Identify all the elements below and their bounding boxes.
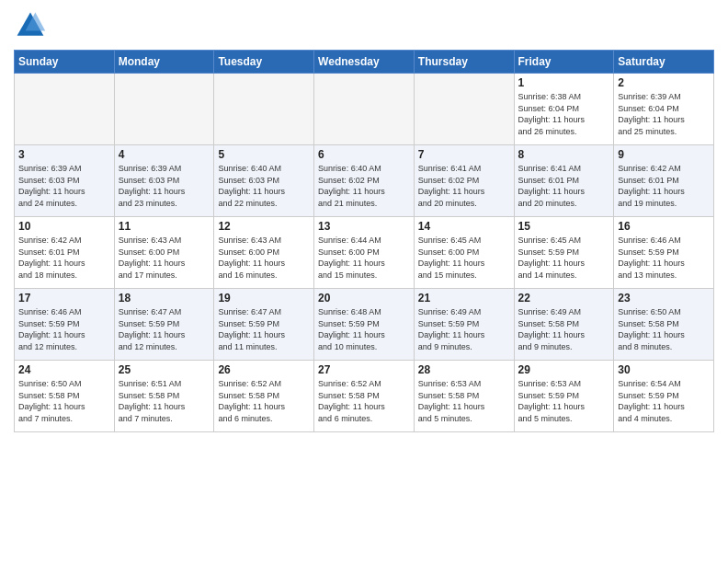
day-number: 24 (18, 363, 110, 376)
calendar-week-4: 17Sunrise: 6:46 AMSunset: 5:59 PMDayligh… (15, 289, 714, 361)
day-number: 27 (318, 363, 410, 376)
day-info: Sunrise: 6:54 AMSunset: 5:59 PMDaylight:… (618, 378, 710, 424)
calendar-cell: 12Sunrise: 6:43 AMSunset: 6:00 PMDayligh… (214, 217, 314, 289)
day-number: 6 (318, 148, 410, 161)
day-number: 29 (518, 363, 610, 376)
calendar-cell: 11Sunrise: 6:43 AMSunset: 6:00 PMDayligh… (114, 217, 214, 289)
weekday-header-monday: Monday (114, 51, 214, 74)
day-info: Sunrise: 6:39 AMSunset: 6:04 PMDaylight:… (618, 91, 710, 137)
calendar-cell: 5Sunrise: 6:40 AMSunset: 6:03 PMDaylight… (214, 145, 314, 217)
day-number: 9 (618, 148, 710, 161)
day-info: Sunrise: 6:46 AMSunset: 5:59 PMDaylight:… (18, 306, 110, 352)
calendar-week-3: 10Sunrise: 6:42 AMSunset: 6:01 PMDayligh… (15, 217, 714, 289)
calendar-cell (414, 74, 514, 145)
calendar-cell: 17Sunrise: 6:46 AMSunset: 5:59 PMDayligh… (15, 289, 115, 361)
calendar-cell: 3Sunrise: 6:39 AMSunset: 6:03 PMDaylight… (15, 145, 115, 217)
day-info: Sunrise: 6:52 AMSunset: 5:58 PMDaylight:… (318, 378, 410, 424)
day-info: Sunrise: 6:53 AMSunset: 5:58 PMDaylight:… (418, 378, 510, 424)
calendar-cell: 30Sunrise: 6:54 AMSunset: 5:59 PMDayligh… (614, 361, 714, 432)
day-number: 7 (418, 148, 510, 161)
calendar-cell: 21Sunrise: 6:49 AMSunset: 5:59 PMDayligh… (414, 289, 514, 361)
calendar-cell: 25Sunrise: 6:51 AMSunset: 5:58 PMDayligh… (114, 361, 214, 432)
day-number: 12 (218, 220, 310, 233)
calendar-cell: 26Sunrise: 6:52 AMSunset: 5:58 PMDayligh… (214, 361, 314, 432)
calendar-cell: 28Sunrise: 6:53 AMSunset: 5:58 PMDayligh… (414, 361, 514, 432)
calendar-cell: 1Sunrise: 6:38 AMSunset: 6:04 PMDaylight… (514, 74, 614, 145)
day-info: Sunrise: 6:47 AMSunset: 5:59 PMDaylight:… (218, 306, 310, 352)
day-number: 20 (318, 292, 410, 304)
day-info: Sunrise: 6:44 AMSunset: 6:00 PMDaylight:… (318, 235, 410, 281)
calendar-cell: 9Sunrise: 6:42 AMSunset: 6:01 PMDaylight… (614, 145, 714, 217)
day-info: Sunrise: 6:43 AMSunset: 6:00 PMDaylight:… (119, 235, 210, 281)
day-info: Sunrise: 6:42 AMSunset: 6:01 PMDaylight:… (618, 163, 710, 209)
calendar-cell (314, 74, 415, 145)
calendar-cell: 27Sunrise: 6:52 AMSunset: 5:58 PMDayligh… (314, 361, 415, 432)
day-info: Sunrise: 6:46 AMSunset: 5:59 PMDaylight:… (618, 235, 710, 281)
calendar-cell: 16Sunrise: 6:46 AMSunset: 5:59 PMDayligh… (614, 217, 714, 289)
calendar-cell: 7Sunrise: 6:41 AMSunset: 6:02 PMDaylight… (414, 145, 514, 217)
calendar-table: SundayMondayTuesdayWednesdayThursdayFrid… (14, 50, 714, 432)
calendar-week-2: 3Sunrise: 6:39 AMSunset: 6:03 PMDaylight… (15, 145, 714, 217)
calendar-cell: 29Sunrise: 6:53 AMSunset: 5:59 PMDayligh… (514, 361, 614, 432)
day-info: Sunrise: 6:45 AMSunset: 5:59 PMDaylight:… (518, 235, 610, 281)
calendar-cell: 22Sunrise: 6:49 AMSunset: 5:58 PMDayligh… (514, 289, 614, 361)
day-number: 2 (618, 76, 710, 89)
day-info: Sunrise: 6:49 AMSunset: 5:59 PMDaylight:… (418, 306, 510, 352)
calendar-week-1: 1Sunrise: 6:38 AMSunset: 6:04 PMDaylight… (15, 74, 714, 145)
day-number: 18 (119, 292, 210, 304)
header (14, 9, 714, 42)
day-info: Sunrise: 6:45 AMSunset: 6:00 PMDaylight:… (418, 235, 510, 281)
day-number: 8 (518, 148, 610, 161)
day-number: 22 (518, 292, 610, 304)
day-info: Sunrise: 6:52 AMSunset: 5:58 PMDaylight:… (218, 378, 310, 424)
calendar-cell: 19Sunrise: 6:47 AMSunset: 5:59 PMDayligh… (214, 289, 314, 361)
calendar-cell: 20Sunrise: 6:48 AMSunset: 5:59 PMDayligh… (314, 289, 415, 361)
day-number: 15 (518, 220, 610, 233)
day-number: 25 (119, 363, 210, 376)
calendar-cell: 13Sunrise: 6:44 AMSunset: 6:00 PMDayligh… (314, 217, 415, 289)
day-number: 19 (218, 292, 310, 304)
day-number: 28 (418, 363, 510, 376)
page: SundayMondayTuesdayWednesdayThursdayFrid… (0, 0, 728, 563)
calendar-cell: 4Sunrise: 6:39 AMSunset: 6:03 PMDaylight… (114, 145, 214, 217)
day-number: 14 (418, 220, 510, 233)
day-info: Sunrise: 6:43 AMSunset: 6:00 PMDaylight:… (218, 235, 310, 281)
day-info: Sunrise: 6:39 AMSunset: 6:03 PMDaylight:… (119, 163, 210, 209)
weekday-header-wednesday: Wednesday (314, 51, 415, 74)
logo (14, 9, 51, 42)
day-number: 3 (18, 148, 110, 161)
day-info: Sunrise: 6:42 AMSunset: 6:01 PMDaylight:… (18, 235, 110, 281)
day-info: Sunrise: 6:50 AMSunset: 5:58 PMDaylight:… (618, 306, 710, 352)
day-number: 10 (18, 220, 110, 233)
day-info: Sunrise: 6:38 AMSunset: 6:04 PMDaylight:… (518, 91, 610, 137)
weekday-row: SundayMondayTuesdayWednesdayThursdayFrid… (15, 51, 714, 74)
calendar-cell (15, 74, 115, 145)
calendar-cell: 2Sunrise: 6:39 AMSunset: 6:04 PMDaylight… (614, 74, 714, 145)
day-number: 13 (318, 220, 410, 233)
calendar-week-5: 24Sunrise: 6:50 AMSunset: 5:58 PMDayligh… (15, 361, 714, 432)
weekday-header-tuesday: Tuesday (214, 51, 314, 74)
calendar-header: SundayMondayTuesdayWednesdayThursdayFrid… (15, 51, 714, 74)
day-number: 5 (218, 148, 310, 161)
calendar-cell: 14Sunrise: 6:45 AMSunset: 6:00 PMDayligh… (414, 217, 514, 289)
day-number: 26 (218, 363, 310, 376)
calendar-cell: 24Sunrise: 6:50 AMSunset: 5:58 PMDayligh… (15, 361, 115, 432)
day-number: 17 (18, 292, 110, 304)
day-number: 21 (418, 292, 510, 304)
day-info: Sunrise: 6:40 AMSunset: 6:02 PMDaylight:… (318, 163, 410, 209)
day-info: Sunrise: 6:39 AMSunset: 6:03 PMDaylight:… (18, 163, 110, 209)
weekday-header-thursday: Thursday (414, 51, 514, 74)
day-info: Sunrise: 6:48 AMSunset: 5:59 PMDaylight:… (318, 306, 410, 352)
day-number: 16 (618, 220, 710, 233)
weekday-header-saturday: Saturday (614, 51, 714, 74)
calendar-cell: 8Sunrise: 6:41 AMSunset: 6:01 PMDaylight… (514, 145, 614, 217)
day-info: Sunrise: 6:51 AMSunset: 5:58 PMDaylight:… (119, 378, 210, 424)
weekday-header-sunday: Sunday (15, 51, 115, 74)
calendar-cell: 15Sunrise: 6:45 AMSunset: 5:59 PMDayligh… (514, 217, 614, 289)
day-info: Sunrise: 6:50 AMSunset: 5:58 PMDaylight:… (18, 378, 110, 424)
calendar-cell (214, 74, 314, 145)
day-number: 1 (518, 76, 610, 89)
calendar-cell (114, 74, 214, 145)
calendar-cell: 18Sunrise: 6:47 AMSunset: 5:59 PMDayligh… (114, 289, 214, 361)
day-info: Sunrise: 6:47 AMSunset: 5:59 PMDaylight:… (119, 306, 210, 352)
